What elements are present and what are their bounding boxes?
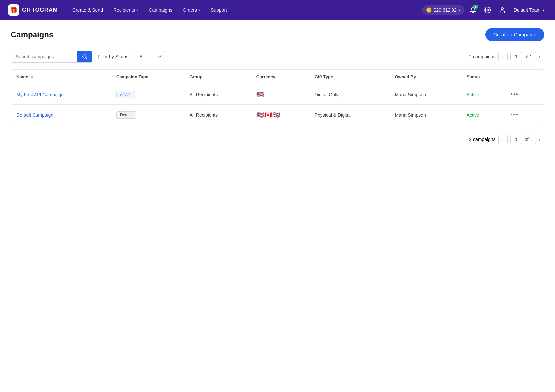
logo-icon: 🎁 (8, 4, 19, 16)
campaign-type-badge: API (116, 91, 135, 98)
total-count-bottom: 2 campaigns (469, 137, 495, 142)
nav-recipients[interactable]: Recipients ▾ (109, 5, 142, 15)
col-gift-type: Gift Type (310, 70, 390, 84)
col-group: Group (184, 70, 251, 84)
balance-button[interactable]: 🪙 $20,612.92 ▾ (422, 5, 464, 15)
nav-right: 🪙 $20,612.92 ▾ 6 Default Team ▾ (422, 4, 547, 16)
flag-icons: 🇺🇸 (256, 92, 304, 98)
campaign-group-cell: All Recipients (184, 84, 251, 105)
navbar: 🎁 GIFTOGRAM Create & Send Recipients ▾ C… (0, 0, 555, 20)
flag-icon: 🇨🇦 (264, 112, 272, 118)
campaign-currency-cell: 🇺🇸🇨🇦🇬🇧 (251, 105, 310, 125)
pagination-bottom: 2 campaigns ‹ of 1 › (11, 132, 544, 147)
campaign-name-cell: My First API Campaign (11, 84, 111, 105)
svg-point-1 (501, 8, 503, 10)
team-selector[interactable]: Default Team ▾ (511, 6, 547, 14)
campaign-name-link[interactable]: My First API Campaign (16, 92, 64, 97)
col-actions (502, 70, 544, 84)
nav-create-send[interactable]: Create & Send (68, 5, 107, 15)
brand-name: GIFTOGRAM (22, 7, 58, 13)
col-name[interactable]: Name (11, 70, 111, 84)
campaign-gift-type-cell: Physical & Digital (310, 105, 390, 125)
page-of-bottom: of 1 (525, 137, 532, 142)
campaign-type-cell: Default (111, 105, 184, 125)
flag-icon: 🇬🇧 (272, 112, 280, 118)
page-input-bottom[interactable] (510, 135, 522, 144)
wallet-icon: 🪙 (426, 7, 432, 13)
campaign-gift-type-cell: Digital Only (310, 84, 390, 105)
col-currency: Currency (251, 70, 310, 84)
pagination-top: 2 campaigns ‹ of 1 › (469, 52, 544, 61)
next-page-button-bottom[interactable]: › (535, 135, 544, 144)
campaign-name-cell: Default Campaign (11, 105, 111, 125)
settings-button[interactable] (482, 4, 494, 16)
notification-badge: 6 (473, 5, 478, 9)
campaign-name-link[interactable]: Default Campaign (16, 112, 53, 118)
chevron-down-icon: ▾ (459, 8, 460, 12)
campaign-currency-cell: 🇺🇸 (251, 84, 310, 105)
flag-icon: 🇺🇸 (256, 92, 264, 98)
campaign-actions-cell: ••• (502, 84, 544, 105)
col-owned-by: Owned By (389, 70, 461, 84)
table-header-row: Name Campaign Type Group Currency Gift T… (11, 70, 544, 84)
campaign-status-cell: Active (461, 84, 503, 105)
col-campaign-type: Campaign Type (111, 70, 184, 84)
campaign-group-cell: All Recipients (184, 105, 251, 125)
search-wrapper (11, 51, 92, 63)
campaign-type-cell: API (111, 84, 184, 105)
create-campaign-button[interactable]: Create a Campaign (485, 28, 544, 41)
campaign-owner-cell: Maria Simpson (389, 84, 461, 105)
filter-status-label: Filter by Status: (98, 54, 130, 59)
sort-icon-name (31, 76, 33, 79)
search-icon (82, 54, 87, 59)
nav-orders[interactable]: Orders ▾ (179, 5, 204, 15)
brand-logo[interactable]: 🎁 GIFTOGRAM (8, 4, 58, 16)
page-of-top: of 1 (525, 54, 532, 59)
chevron-down-icon: ▾ (543, 8, 544, 12)
more-actions-button[interactable]: ••• (508, 90, 521, 99)
notifications-button[interactable]: 6 (467, 4, 479, 16)
status-badge: Active (467, 112, 479, 118)
more-actions-button[interactable]: ••• (508, 110, 521, 120)
page-header: Campaigns Create a Campaign (11, 28, 544, 41)
campaign-status-cell: Active (461, 105, 503, 125)
user-profile-button[interactable] (496, 4, 508, 16)
campaign-type-badge: Default (116, 111, 136, 119)
flag-icon: 🇺🇸 (256, 112, 264, 118)
svg-line-3 (86, 58, 87, 59)
table-row: My First API CampaignAPIAll Recipients🇺🇸… (11, 84, 544, 105)
main-content: Campaigns Create a Campaign Filter by St… (0, 20, 555, 392)
filter-status-select[interactable]: All Active Inactive (135, 51, 165, 62)
campaign-owner-cell: Maria Simpson (389, 105, 461, 125)
nav-support[interactable]: Support (207, 5, 231, 15)
chevron-down-icon: ▾ (136, 8, 138, 12)
search-button[interactable] (77, 51, 92, 62)
campaigns-table-container: Name Campaign Type Group Currency Gift T… (11, 69, 544, 125)
page-input-top[interactable] (510, 52, 522, 61)
flag-icons: 🇺🇸🇨🇦🇬🇧 (256, 112, 304, 118)
total-count-top: 2 campaigns (469, 54, 495, 59)
nav-campaigns[interactable]: Campaigns (145, 5, 176, 15)
chevron-down-icon: ▾ (198, 8, 200, 12)
status-badge: Active (467, 92, 479, 97)
svg-point-0 (487, 9, 488, 11)
campaigns-table: Name Campaign Type Group Currency Gift T… (11, 70, 544, 125)
page-title: Campaigns (11, 30, 53, 39)
prev-page-button-top[interactable]: ‹ (498, 52, 508, 61)
search-input[interactable] (11, 51, 77, 62)
filters-row: Filter by Status: All Active Inactive 2 … (11, 51, 544, 63)
col-status: Status (461, 70, 503, 84)
prev-page-button-bottom[interactable]: ‹ (498, 135, 508, 144)
campaign-actions-cell: ••• (502, 105, 544, 125)
table-row: Default CampaignDefaultAll Recipients🇺🇸🇨… (11, 105, 544, 125)
next-page-button-top[interactable]: › (535, 52, 544, 61)
table-body: My First API CampaignAPIAll Recipients🇺🇸… (11, 84, 544, 125)
